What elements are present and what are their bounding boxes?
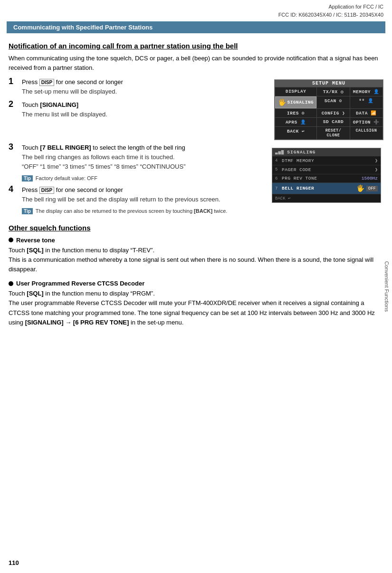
menu-cell-back: BACK ↩ <box>275 127 316 139</box>
step-3-left: 3 Touch [7 BELL RINGER] to select the le… <box>9 143 272 217</box>
menu-cell-memory: MEMORY 👤 <box>350 87 382 96</box>
step-3-area: 3 Touch [7 BELL RINGER] to select the le… <box>9 143 383 217</box>
step-3: 3 Touch [7 BELL RINGER] to select the le… <box>9 143 267 171</box>
user-programmed-body1: Touch [SQL] in the function menu to disp… <box>9 289 383 298</box>
menu-grid: DISPLAY TX/RX ◎ MEMORY 👤 🖐SIGNALING SCAN… <box>275 87 383 140</box>
menu-cell-txrx: TX/RX ◎ <box>317 87 349 96</box>
step-3-number: 3 <box>9 142 22 152</box>
main-content: Notification of an incoming call from a … <box>0 33 392 338</box>
step-4-sub: The bell ring will be set and the displa… <box>22 195 267 204</box>
menu-cell-display: DISPLAY <box>275 87 316 96</box>
signaling-menu-title: ▃▅▇ SIGNALING <box>272 148 381 156</box>
tip-3-label: Tip <box>22 175 33 181</box>
hand-icon-sig: 🖐 <box>356 184 364 192</box>
side-label: Convenient Functions <box>384 261 390 312</box>
tip-3: Tip Factory default value: OFF <box>22 175 267 182</box>
header-line2: FCC ID: K6620345X40 / IC: 511B- 20345X40 <box>0 11 383 19</box>
step-2-number: 2 <box>9 99 22 109</box>
menu-cell-sdcard: SD CARD <box>317 118 349 126</box>
notification-heading: Notification of an incoming call from a … <box>9 42 383 50</box>
menu-cell-option: OPTION ➕ <box>350 118 382 126</box>
tip-4: Tip The display can also be returned to … <box>22 208 267 215</box>
user-programmed-section: User Programmed Reverse CTCSS Decoder To… <box>9 280 383 327</box>
step-2-sub: The menu list will be displayed. <box>22 110 267 119</box>
step-2-main: Touch [SIGNALING] <box>22 100 267 110</box>
side-label-container: Convenient Functions <box>382 0 392 573</box>
back-arrow-icon: BACK ↩ <box>275 196 290 201</box>
menu-cell-aprs: APRS 👤 <box>275 118 316 126</box>
menu-cell-ires: IRES ⚙ <box>275 109 316 117</box>
sig-row-6: 6 PRG REV TONE 1500Hz <box>272 174 381 183</box>
bullet-circle-2 <box>9 281 13 286</box>
sig-row-7-num: 7 <box>275 186 282 191</box>
step-4-main: Press DISP for one second or longer <box>22 185 267 195</box>
sig-row-4-label: DTMF MEMORY <box>282 158 375 163</box>
reverse-tone-section: Reverse tone Touch [SQL] in the function… <box>9 237 383 274</box>
hand-pointer-icon: 🖐 <box>278 98 287 106</box>
step-2-content: Touch [SIGNALING] The menu list will be … <box>22 100 267 119</box>
tip-3-text: Factory default value: OFF <box>36 175 97 182</box>
step-1: 1 Press DISP for one second or longer Th… <box>9 77 267 96</box>
intro-text: When communicating using the tone squelc… <box>9 54 383 73</box>
header-line1: Application for FCC / IC <box>0 3 383 11</box>
step-1-main: Press DISP for one second or longer <box>22 77 267 87</box>
step-2: 2 Touch [SIGNALING] The menu list will b… <box>9 100 267 119</box>
step-4-number: 4 <box>9 184 22 194</box>
sig-row-6-value: 1500Hz <box>362 176 378 181</box>
signaling-menu-image: ▃▅▇ SIGNALING 4 DTMF MEMORY ❯ 5 PAGER CO… <box>272 143 383 217</box>
step-1-content: Press DISP for one second or longer The … <box>22 77 267 96</box>
sig-row-5-num: 5 <box>275 167 282 172</box>
reverse-tone-title: Reverse tone <box>9 237 383 244</box>
setup-menu-image: SETUP MENU DISPLAY TX/RX ◎ MEMORY 👤 🖐SIG… <box>274 79 383 140</box>
step-4: 4 Press DISP for one second or longer Th… <box>9 185 267 204</box>
menu-cell-config: CONFIG ❯ <box>317 109 349 117</box>
other-squelch-heading: Other squelch functions <box>9 224 383 232</box>
step-1-sub: The set-up menu will be displayed. <box>22 87 267 96</box>
menu-cell-qr: ⁰⁰ 👤 <box>350 96 382 108</box>
tip-4-label: Tip <box>22 208 33 214</box>
sig-row-7-label: BELL RINGER <box>282 186 356 191</box>
reverse-tone-body1: Touch [SQL] in the function menu to disp… <box>9 246 383 255</box>
setup-menu-title: SETUP MENU <box>275 80 383 87</box>
steps-1-2-left: 1 Press DISP for one second or longer Th… <box>9 77 267 123</box>
sig-row-6-num: 6 <box>275 176 282 181</box>
sig-row-4: 4 DTMF MEMORY ❯ <box>272 156 381 165</box>
sig-row-5-arrow: ❯ <box>375 167 378 172</box>
sig-row-7: 7 BELL RINGER 🖐 OFF <box>272 183 381 194</box>
sig-row-4-num: 4 <box>275 158 282 163</box>
user-programmed-body: Touch [SQL] in the function menu to disp… <box>9 289 383 327</box>
tip-4-text: The display can also be returned to the … <box>36 208 228 215</box>
user-programmed-title: User Programmed Reverse CTCSS Decoder <box>9 280 383 287</box>
step-3-sub1: The bell ring changes as follows each ti… <box>22 153 267 162</box>
step-3-main: Touch [7 BELL RINGER] to select the leng… <box>22 143 267 153</box>
menu-cell-data: DATA 📶 <box>350 109 382 117</box>
menu-cell-callsign: CALLSIGN <box>350 127 382 139</box>
sig-back-row: BACK ↩ <box>272 194 381 202</box>
page-header: Application for FCC / IC FCC ID: K662034… <box>0 0 392 19</box>
step-1-number: 1 <box>9 76 22 86</box>
reverse-tone-body2: This is a communication method whereby a… <box>9 255 383 274</box>
signaling-menu-display: ▃▅▇ SIGNALING 4 DTMF MEMORY ❯ 5 PAGER CO… <box>272 148 381 203</box>
sig-row-5: 5 PAGER CODE ❯ <box>272 165 381 174</box>
reverse-tone-body: Touch [SQL] in the function menu to disp… <box>9 246 383 274</box>
section-banner: Communicating with Specified Partner Sta… <box>7 21 385 33</box>
sig-row-6-label: PRG REV TONE <box>282 176 362 181</box>
page-number: 110 <box>9 559 19 566</box>
signaling-rows: 4 DTMF MEMORY ❯ 5 PAGER CODE ❯ 6 PRG REV… <box>272 156 381 202</box>
user-programmed-body2: The user programmable Reverse CTCSS Deco… <box>9 298 383 327</box>
step-3-content: Touch [7 BELL RINGER] to select the leng… <box>22 143 267 171</box>
steps-1-2-area: 1 Press DISP for one second or longer Th… <box>9 77 383 140</box>
bullet-circle-1 <box>9 238 13 242</box>
menu-cell-scan: SCAN ⚙ <box>317 96 349 108</box>
signal-bars-icon: ▃▅▇ <box>275 150 284 155</box>
menu-cell-reset-clone: RESET/CLONE <box>317 127 349 139</box>
sig-row-7-value: OFF <box>366 186 378 191</box>
sig-row-5-label: PAGER CODE <box>282 167 375 172</box>
setup-menu-display: SETUP MENU DISPLAY TX/RX ◎ MEMORY 👤 🖐SIG… <box>274 79 383 140</box>
step-3-sub2: “OFF” “1 time” “3 times” “5 times” “8 ti… <box>22 162 267 172</box>
menu-cell-signaling: 🖐SIGNALING <box>275 96 316 108</box>
step-4-content: Press DISP for one second or longer The … <box>22 185 267 204</box>
sig-row-4-arrow: ❯ <box>375 158 378 163</box>
